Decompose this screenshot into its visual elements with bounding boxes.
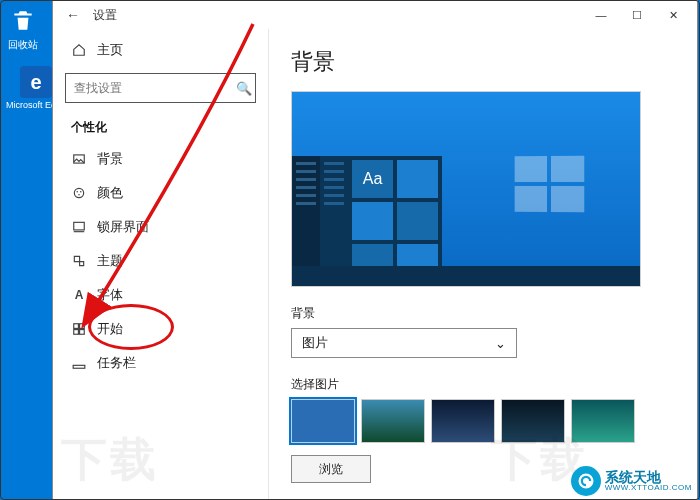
svg-point-2	[76, 191, 78, 193]
svg-rect-10	[73, 365, 85, 368]
search-field[interactable]	[66, 81, 232, 95]
search-icon: 🔍	[232, 81, 255, 96]
sidebar-item-lockscreen[interactable]: 锁屏界面	[53, 210, 268, 244]
svg-rect-5	[74, 222, 85, 230]
taskbar-icon	[71, 355, 87, 371]
svg-rect-9	[80, 330, 85, 335]
picture-icon	[71, 151, 87, 167]
browse-button[interactable]: 浏览	[291, 455, 371, 483]
font-icon: A	[71, 287, 87, 303]
sidebar-item-start[interactable]: 开始	[53, 312, 268, 346]
sidebar-item-themes[interactable]: 主题	[53, 244, 268, 278]
sidebar-home[interactable]: 主页	[53, 33, 268, 67]
preview-start-menu: Aa	[292, 156, 442, 266]
thumb-2[interactable]	[361, 399, 425, 443]
sidebar-item-label: 任务栏	[97, 355, 136, 372]
thumb-4[interactable]	[501, 399, 565, 443]
recycle-bin-label: 回收站	[8, 38, 38, 52]
sidebar-item-fonts[interactable]: A 字体	[53, 278, 268, 312]
svg-point-4	[78, 194, 80, 196]
brand-zh: 系统天地	[605, 470, 692, 484]
sidebar-item-taskbar[interactable]: 任务栏	[53, 346, 268, 380]
svg-rect-6	[74, 324, 79, 329]
main-pane: 背景 Aa	[269, 29, 697, 499]
theme-icon	[71, 253, 87, 269]
background-select-value: 图片	[302, 335, 328, 352]
settings-window: ← 设置 — ☐ ✕ 主页 🔍	[52, 0, 698, 500]
svg-rect-7	[80, 324, 85, 329]
search-input[interactable]: 🔍	[65, 73, 256, 103]
svg-point-3	[80, 191, 82, 193]
page-title: 背景	[291, 47, 675, 77]
lock-icon	[71, 219, 87, 235]
palette-icon	[71, 185, 87, 201]
thumb-5[interactable]	[571, 399, 635, 443]
sidebar-item-label: 开始	[97, 321, 123, 338]
background-label: 背景	[291, 305, 675, 322]
brand-badge-icon	[571, 466, 601, 496]
home-icon	[71, 42, 87, 58]
background-select[interactable]: 图片 ⌄	[291, 328, 517, 358]
sidebar-section-personalization: 个性化	[53, 105, 268, 142]
back-button[interactable]: ←	[59, 7, 87, 23]
edge-icon: e	[20, 66, 52, 98]
thumb-3[interactable]	[431, 399, 495, 443]
sidebar-item-background[interactable]: 背景	[53, 142, 268, 176]
desktop-preview: Aa	[291, 91, 641, 287]
sidebar-item-label: 背景	[97, 151, 123, 168]
thumb-1[interactable]	[291, 399, 355, 443]
brand-en: WWW.XTTOAID.COM	[605, 484, 692, 492]
picture-thumbs	[291, 399, 675, 443]
sidebar-item-colors[interactable]: 颜色	[53, 176, 268, 210]
close-button[interactable]: ✕	[655, 1, 691, 29]
maximize-button[interactable]: ☐	[619, 1, 655, 29]
sidebar-item-label: 颜色	[97, 185, 123, 202]
recycle-bin-icon	[8, 6, 38, 36]
svg-rect-8	[74, 330, 79, 335]
sidebar-item-label: 主题	[97, 253, 123, 270]
sidebar-item-label: 锁屏界面	[97, 219, 149, 236]
start-icon	[71, 321, 87, 337]
sidebar-home-label: 主页	[97, 42, 123, 59]
desktop-recycle-bin[interactable]: 回收站	[8, 6, 38, 52]
window-title: 设置	[93, 7, 117, 24]
windows-logo-icon	[515, 156, 585, 213]
sidebar: 主页 🔍 个性化 背景 颜色	[53, 29, 269, 499]
titlebar: ← 设置 — ☐ ✕	[53, 1, 697, 29]
chevron-down-icon: ⌄	[495, 336, 506, 351]
tile-aa: Aa	[352, 160, 393, 198]
brand-logo: 系统天地 WWW.XTTOAID.COM	[567, 464, 696, 498]
minimize-button[interactable]: —	[583, 1, 619, 29]
sidebar-item-label: 字体	[97, 287, 123, 304]
svg-point-1	[74, 188, 83, 197]
choose-picture-label: 选择图片	[291, 376, 675, 393]
